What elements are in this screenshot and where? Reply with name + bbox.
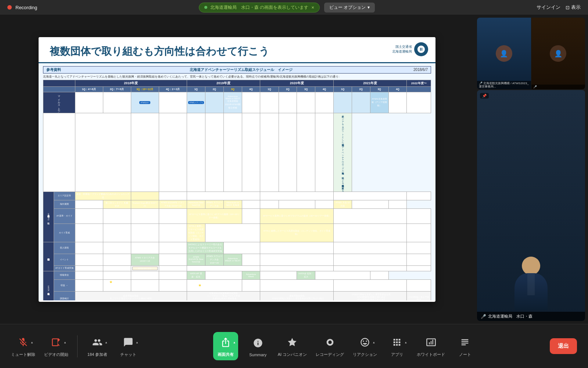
hata-r1-11 bbox=[370, 271, 388, 279]
reaction-caret[interactable]: ▲ bbox=[372, 341, 375, 344]
ms-q2-2020 bbox=[279, 92, 297, 113]
screen-share-close-icon[interactable]: ✕ bbox=[311, 6, 314, 10]
chevron-down-icon: ▾ bbox=[368, 5, 370, 10]
tour-r1-7 bbox=[260, 242, 334, 254]
econ-r3-6 bbox=[242, 208, 260, 224]
reaction-button[interactable]: ▲ リアクション bbox=[353, 335, 377, 357]
mute-button[interactable]: ▲ ミュート解除 bbox=[11, 335, 35, 357]
participants-count-label: 184 参加者 bbox=[87, 352, 107, 357]
top-bar-center: 北海道運輸局 水口・森 の画面を表示しています ✕ ビュー オプション ▾ bbox=[199, 3, 375, 12]
divider-1 bbox=[77, 335, 78, 357]
toolbar-left-group: ▲ ミュート解除 ▲ ビデオの開始 ▲ 184 bbox=[11, 335, 139, 357]
issues-3: 運輸局取組課題・ATWSの開催を見据えた運営委員会設置に向けた検討・Advent… bbox=[260, 291, 334, 300]
schedule-date: 2018/6/7 bbox=[413, 68, 428, 72]
q2-2020: 2Q bbox=[279, 86, 297, 92]
whiteboard-button[interactable]: ホワイトボード bbox=[417, 335, 445, 357]
slide-header: 複数団体で取り組むも方向性は合わせて行こう 国土交通省 北海道運輸局 bbox=[39, 37, 435, 63]
apps-caret[interactable]: ▲ bbox=[404, 341, 407, 344]
summary-label: Summary bbox=[249, 353, 266, 357]
ms-q2-2018 bbox=[103, 92, 131, 113]
tour-r1-3: ガイドの育成の実施調査・AT先進地研究（NZ）・日本における支配調査 bbox=[131, 242, 159, 254]
right-sidebar: ATWSの参加者からの発表 👤 🎤 北海道観光振興機構 / ATWS2023_運… bbox=[474, 15, 588, 324]
ai-label: AI コンパニオン bbox=[278, 352, 307, 357]
econ-r3-1 bbox=[75, 208, 103, 224]
tour-r2-9 bbox=[260, 254, 334, 265]
camera-caret[interactable]: ▲ bbox=[64, 341, 67, 344]
notes-button[interactable]: ノート bbox=[454, 335, 476, 357]
econ-r4-3 bbox=[131, 224, 159, 242]
thumb-cell-2: 👤 🎤 bbox=[531, 18, 585, 89]
hata-section: HATA・運輸局取組 bbox=[43, 271, 54, 300]
ms-q4-2019 bbox=[242, 92, 260, 113]
sub-ms-12: 欧米・アジアをターゲットとした北海道初のアドベンチャーツーリズム先進地域し、観光… bbox=[334, 113, 352, 192]
camera-icon: ▲ bbox=[49, 335, 64, 350]
apps-button[interactable]: ▲ アプリ bbox=[386, 335, 408, 357]
ms-q3-2020 bbox=[297, 92, 315, 113]
econ-r4-1 bbox=[75, 224, 103, 242]
tour-r3-4 bbox=[159, 265, 187, 271]
hata-r1-10 bbox=[315, 271, 370, 279]
slide-logo: 国土交通省 北海道運輸局 bbox=[392, 42, 428, 56]
tour-r2-5: ATWS ELEVATE New York大会 bbox=[187, 254, 205, 265]
camera-button[interactable]: ▲ ビデオの開始 bbox=[44, 335, 68, 357]
hata-r1-8 bbox=[260, 271, 297, 279]
hata-r1-7: Adventure Week bbox=[242, 271, 260, 279]
end-button[interactable]: 退出 bbox=[550, 338, 577, 354]
econ-section: 経産局・経産局HD・JTG取組 bbox=[43, 192, 54, 242]
qheader-blank bbox=[43, 86, 75, 92]
tour-r2-10 bbox=[334, 254, 407, 265]
ms-q2-2019 bbox=[205, 92, 223, 113]
logo-icon bbox=[414, 42, 428, 56]
signin-button[interactable]: サインイン bbox=[537, 4, 560, 11]
chat-caret[interactable]: ▲ bbox=[136, 341, 139, 344]
chat-button[interactable]: ▲ チャット bbox=[117, 335, 139, 357]
pin-icon: 📌 bbox=[482, 94, 487, 98]
display-button[interactable]: ⊡ 表示 bbox=[566, 4, 581, 11]
tour-r1-5: HATACによるストーリー性のあるモデルコース構築モデルコースを活用したATガイ… bbox=[187, 242, 223, 254]
tour-r3-3: 研究会 的な会合 bbox=[131, 265, 159, 271]
hata-r2-3: → データの蓄積 bbox=[131, 279, 159, 291]
q1-2018: 1Q：4〜6月 bbox=[75, 86, 103, 92]
issues-sub: 課題検討 bbox=[54, 291, 75, 300]
ms-q4-2021 bbox=[388, 92, 407, 113]
tour-r1-4 bbox=[159, 242, 187, 254]
sub-ms-8: ATM ChicoAPAC ATM Cannes ATM North Ameri… bbox=[260, 113, 279, 192]
thumb-row: 👤 🎤 北海道観光振興機構 / ATWS2023_運営事務局... 👤 bbox=[477, 18, 585, 89]
econ-r4-9 bbox=[407, 224, 431, 242]
whiteboard-icon bbox=[424, 335, 438, 350]
speaker-indicator: 📌 bbox=[480, 93, 489, 99]
participants-button[interactable]: ▲ 184 参加者 bbox=[86, 335, 108, 357]
year-2022: 2022年度〜 bbox=[407, 80, 431, 86]
econ-r2-10 bbox=[279, 200, 315, 208]
tour-r3-7 bbox=[334, 265, 407, 271]
q1-2020: 1Q bbox=[260, 86, 279, 92]
slide-area: 複数団体で取り組むも方向性は合わせて行こう 国土交通省 北海道運輸局 参考資料 … bbox=[0, 15, 474, 324]
hata-r1-9: HATA@ 追加・拡大 bbox=[297, 271, 315, 279]
recording-button[interactable]: レコーディング bbox=[316, 335, 344, 357]
share-caret[interactable]: ▲ bbox=[233, 341, 236, 344]
year-2020: 2020年度 bbox=[260, 80, 334, 86]
chat-icon: ▲ bbox=[121, 335, 136, 350]
econ-r3-5: ATサービス基準に基づく ATアーの展開（10〜20ツアー規模） bbox=[187, 208, 242, 224]
econ-r2-13 bbox=[352, 200, 388, 208]
participants-caret[interactable]: ▲ bbox=[105, 341, 108, 344]
tour-r2-8 bbox=[242, 254, 260, 265]
ms-q1-2021 bbox=[334, 92, 352, 113]
sub-ms-4: ATM ChicoAPAC ATM Cannes ATM North Ameri… bbox=[187, 113, 205, 192]
screen-share-banner: 北海道運輸局 水口・森 の画面を表示しています ✕ bbox=[199, 3, 320, 12]
view-option-button[interactable]: ビュー オプション ▾ bbox=[324, 3, 375, 12]
hata-r2-7 bbox=[260, 279, 334, 291]
econ-r3-8 bbox=[334, 208, 407, 224]
ms-q3-2021: ATWS北海道開催（アジア初開催） bbox=[370, 92, 388, 113]
mic-icon-2: 🎤 bbox=[533, 85, 537, 89]
apps-label: アプリ bbox=[391, 352, 403, 357]
share-button[interactable]: ▲ 画面共有 bbox=[213, 332, 238, 360]
econ-sub3: AT基準・ガイド bbox=[54, 208, 75, 224]
participants-icon: ▲ bbox=[90, 335, 105, 350]
summary-button[interactable]: Summary bbox=[247, 336, 269, 357]
ms-q1-2019: ATWSメディア1 bbox=[187, 92, 205, 113]
sub-ms-5 bbox=[205, 113, 223, 192]
mute-caret[interactable]: ▲ bbox=[31, 341, 33, 344]
ai-button[interactable]: AI コンパニオン bbox=[278, 335, 307, 357]
ms-q4-2020 bbox=[315, 92, 334, 113]
